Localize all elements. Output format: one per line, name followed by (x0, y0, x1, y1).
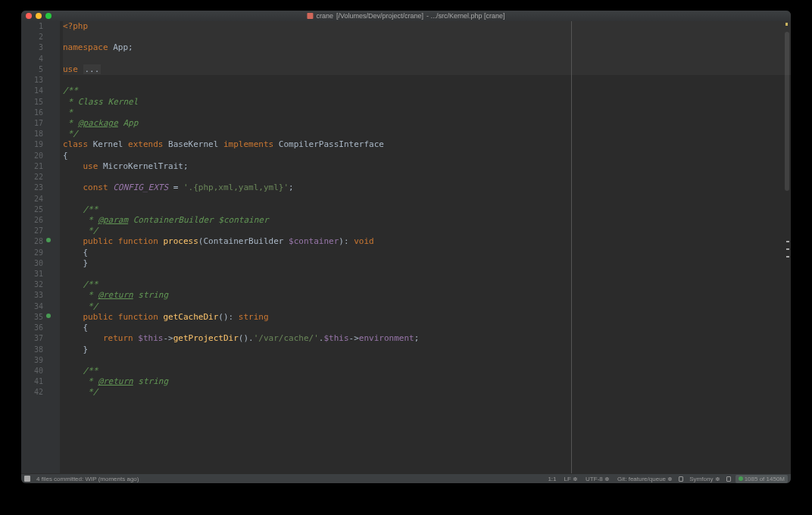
maximize-icon[interactable] (45, 13, 52, 19)
title-suffix: - .../src/Kernel.php [crane] (426, 12, 505, 20)
line-number[interactable]: 24 (21, 194, 43, 204)
scroll-mark[interactable] (786, 241, 789, 242)
line-number[interactable]: 21 (21, 161, 43, 172)
code-line[interactable]: /** (63, 366, 791, 376)
code-line[interactable]: /** (63, 204, 791, 215)
close-icon[interactable] (26, 13, 32, 19)
scroll-mark[interactable] (786, 256, 789, 258)
line-number[interactable]: 23 (21, 183, 43, 193)
line-number[interactable]: 36 (21, 323, 43, 333)
code-line[interactable]: */ (63, 301, 791, 312)
line-number[interactable]: 30 (21, 258, 43, 269)
git-branch[interactable]: Git: feature/queue ≑ (616, 476, 674, 482)
code-line[interactable]: { (63, 323, 791, 333)
code-line[interactable]: class Kernel extends BaseKernel implemen… (63, 139, 791, 150)
scroll-track[interactable] (783, 21, 791, 473)
line-number[interactable]: 42 (21, 387, 43, 398)
code-line[interactable] (63, 269, 791, 279)
line-number[interactable]: 25 (21, 204, 43, 215)
override-marker-icon[interactable] (46, 238, 51, 242)
context-switch[interactable]: Symfony ≑ (688, 476, 721, 482)
code-line[interactable]: } (63, 258, 791, 269)
code-line[interactable]: namespace App; (63, 42, 791, 53)
line-number[interactable]: 26 (21, 215, 43, 226)
line-number[interactable]: 3 (21, 42, 43, 53)
code-line[interactable]: * Class Kernel (63, 97, 791, 108)
code-line[interactable] (63, 172, 791, 183)
window-traffic-lights[interactable] (26, 13, 52, 19)
code-line[interactable]: use MicroKernelTrait; (63, 161, 791, 172)
titlebar[interactable]: crane [/Volumes/Dev/project/crane] - ...… (21, 11, 791, 21)
lock-icon[interactable] (679, 476, 683, 482)
code-line[interactable]: */ (63, 226, 791, 236)
line-number[interactable]: 20 (21, 151, 43, 161)
code-line[interactable]: public function getCacheDir(): string (63, 312, 791, 323)
line-number[interactable]: 5 (21, 64, 43, 75)
line-number[interactable]: 31 (21, 269, 43, 279)
code-line[interactable] (63, 32, 791, 42)
code-line[interactable]: */ (63, 387, 791, 398)
line-number[interactable]: 2 (21, 32, 43, 42)
line-number[interactable]: 16 (21, 108, 43, 118)
code-line[interactable]: /** (63, 279, 791, 290)
vcs-icon[interactable] (24, 476, 30, 482)
code-line[interactable]: */ (63, 129, 791, 139)
override-marker-icon[interactable] (46, 314, 51, 318)
code-line[interactable]: * @return string (63, 376, 791, 387)
line-number[interactable]: 28 (21, 236, 43, 247)
code-line[interactable]: use ... (63, 64, 791, 75)
code-line[interactable]: const CONFIG_EXTS = '.{php,xml,yaml,yml}… (63, 183, 791, 193)
code-line[interactable]: <?php (63, 21, 791, 32)
fold-gutter[interactable] (51, 21, 60, 473)
code-line[interactable]: public function process(ContainerBuilder… (63, 236, 791, 247)
line-ending[interactable]: LF ≑ (563, 476, 580, 482)
code-editor[interactable]: <?phpnamespace App;use .../** * Class Ke… (60, 21, 791, 473)
memory-dot-icon (739, 476, 743, 481)
scroll-mark[interactable] (786, 248, 789, 250)
line-number[interactable]: 13 (21, 75, 43, 86)
vcs-status[interactable]: 4 files committed: WIP (moments ago) (35, 476, 140, 482)
line-number[interactable]: 37 (21, 333, 43, 344)
code-line[interactable] (63, 355, 791, 366)
project-icon (307, 13, 313, 19)
code-line[interactable] (63, 54, 791, 64)
encoding[interactable]: UTF-8 ≑ (584, 476, 611, 482)
scroll-thumb[interactable] (785, 32, 789, 191)
line-number[interactable]: 18 (21, 129, 43, 139)
editor-area[interactable]: 1234513141516171819202122232425262728293… (21, 21, 791, 473)
minimize-icon[interactable] (36, 13, 42, 19)
code-line[interactable]: * (63, 108, 791, 118)
line-number[interactable]: 19 (21, 139, 43, 150)
line-number[interactable]: 40 (21, 366, 43, 376)
code-line[interactable] (63, 194, 791, 204)
line-number[interactable]: 38 (21, 345, 43, 355)
code-line[interactable]: { (63, 151, 791, 161)
line-number[interactable]: 29 (21, 248, 43, 258)
line-number[interactable]: 4 (21, 54, 43, 64)
line-number[interactable]: 15 (21, 97, 43, 108)
line-number[interactable]: 17 (21, 118, 43, 129)
line-number[interactable]: 41 (21, 376, 43, 387)
code-line[interactable] (63, 75, 791, 86)
line-number[interactable]: 33 (21, 290, 43, 301)
line-number[interactable]: 1 (21, 21, 43, 32)
editor-splitter[interactable] (571, 21, 572, 473)
code-line[interactable]: { (63, 248, 791, 258)
line-number[interactable]: 32 (21, 279, 43, 290)
memory-indicator[interactable]: 1085 of 1450M (735, 475, 788, 483)
code-line[interactable]: * @package App (63, 118, 791, 129)
line-number[interactable]: 35 (21, 312, 43, 323)
code-line[interactable]: } (63, 345, 791, 355)
line-number[interactable]: 22 (21, 172, 43, 183)
code-line[interactable]: * @param ContainerBuilder $container (63, 215, 791, 226)
line-number[interactable]: 14 (21, 86, 43, 96)
code-line[interactable]: * @return string (63, 290, 791, 301)
line-gutter[interactable]: 1234513141516171819202122232425262728293… (21, 21, 51, 473)
caret-position[interactable]: 1:1 (546, 476, 557, 482)
line-number[interactable]: 39 (21, 355, 43, 366)
readonly-icon[interactable] (726, 476, 731, 482)
line-number[interactable]: 34 (21, 301, 43, 312)
code-line[interactable]: return $this->getProjectDir().'/var/cach… (63, 333, 791, 344)
line-number[interactable]: 27 (21, 226, 43, 236)
code-line[interactable]: /** (63, 86, 791, 96)
